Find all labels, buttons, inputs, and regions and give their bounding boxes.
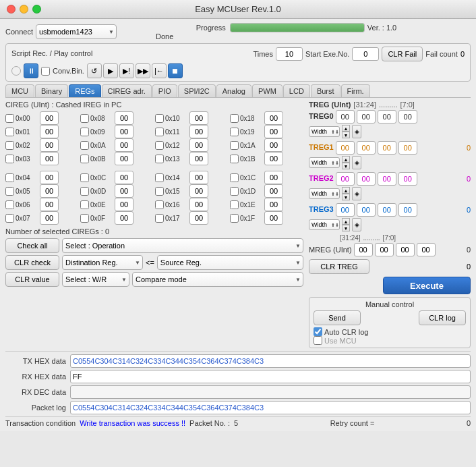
cb-19[interactable]	[230, 128, 239, 136]
reg-00[interactable]	[40, 111, 59, 125]
reg-18[interactable]	[264, 111, 283, 125]
cb-07[interactable]	[5, 214, 14, 223]
reg-08[interactable]	[115, 111, 133, 125]
cb-17[interactable]	[155, 214, 164, 223]
cb-05[interactable]	[5, 187, 14, 196]
cb-01[interactable]	[5, 128, 14, 136]
use-mcu-checkbox[interactable]	[314, 336, 322, 345]
reg-19[interactable]	[264, 125, 283, 138]
treg3-v3[interactable]	[378, 203, 396, 217]
play-forward2-button[interactable]: ▶!	[119, 63, 134, 78]
send-button[interactable]: Send	[314, 310, 361, 325]
reg-14[interactable]	[189, 171, 208, 184]
treg1-width-wrap[interactable]: Width	[309, 157, 340, 168]
cb-12[interactable]	[155, 141, 164, 150]
tab-binary[interactable]: Binary	[35, 84, 68, 97]
close-button[interactable]	[7, 5, 16, 13]
source-reg-select[interactable]: Source Reg.	[157, 255, 303, 270]
tab-cireg-adr[interactable]: CIREG adr.	[102, 84, 152, 97]
tab-spi-i2c[interactable]: SPI/I2C	[178, 84, 216, 97]
treg2-up[interactable]: ▲	[342, 187, 350, 194]
tab-pio[interactable]: PIO	[152, 84, 177, 97]
rx-hex-input[interactable]	[70, 370, 471, 383]
dest-reg-wrap[interactable]: Distination Reg.	[62, 255, 143, 270]
mreg-v1[interactable]	[354, 243, 373, 256]
stop-button[interactable]: ⏹	[168, 63, 183, 78]
reg-0c[interactable]	[115, 171, 133, 184]
treg3-up[interactable]: ▲	[342, 218, 350, 225]
treg2-v1[interactable]	[336, 172, 355, 186]
cb-03[interactable]	[5, 155, 14, 163]
tab-mcu[interactable]: MCU	[5, 84, 34, 97]
reg-0d[interactable]	[115, 184, 133, 198]
clr-treg-button[interactable]: CLR TREG	[309, 259, 369, 274]
select-wr[interactable]: Select : W/R	[62, 272, 129, 287]
clr-log-button[interactable]: CLR log	[419, 310, 466, 325]
select-op[interactable]: Select : Operation	[62, 238, 303, 253]
cb-0f[interactable]	[80, 214, 89, 223]
treg3-v4[interactable]	[398, 203, 417, 217]
cb-18[interactable]	[230, 114, 239, 123]
treg0-v2[interactable]	[357, 110, 376, 123]
dest-reg-select[interactable]: Distination Reg.	[62, 255, 143, 270]
go-start-button[interactable]: |←	[152, 63, 167, 78]
reg-12[interactable]	[189, 138, 208, 152]
cb-1d[interactable]	[230, 187, 239, 196]
clr-value-button[interactable]: CLR value	[5, 272, 59, 287]
cb-0b[interactable]	[80, 155, 89, 163]
cb-06[interactable]	[5, 200, 14, 209]
reg-0f[interactable]	[115, 211, 133, 225]
select-op-wrap[interactable]: Select : Operation	[62, 238, 303, 253]
treg1-v3[interactable]	[378, 141, 396, 155]
cb-0c[interactable]	[80, 173, 89, 182]
treg2-v4[interactable]	[398, 172, 417, 186]
step-back-button[interactable]: ↺	[87, 63, 102, 78]
source-reg-wrap[interactable]: Source Reg.	[157, 255, 303, 270]
cb-1c[interactable]	[230, 173, 239, 182]
radio-stop[interactable]	[11, 66, 21, 76]
treg2-v2[interactable]	[357, 172, 376, 186]
treg0-v3[interactable]	[378, 110, 396, 123]
cb-0e[interactable]	[80, 200, 89, 209]
cb-1a[interactable]	[230, 141, 239, 150]
play-skip-button[interactable]: ▶▶	[136, 63, 150, 78]
minimize-button[interactable]	[20, 5, 28, 13]
cb-16[interactable]	[155, 200, 164, 209]
tab-regs[interactable]: REGs	[69, 84, 100, 97]
treg2-width-select[interactable]: Width	[309, 188, 340, 199]
cb-00[interactable]	[5, 114, 14, 123]
reg-1d[interactable]	[264, 184, 283, 198]
treg0-extra[interactable]: ◈	[352, 125, 361, 138]
treg0-v4[interactable]	[398, 110, 417, 123]
reg-0e[interactable]	[115, 198, 133, 211]
clr-check-button[interactable]: CLR check	[5, 255, 59, 270]
mreg-v3[interactable]	[396, 243, 415, 256]
reg-1c[interactable]	[264, 171, 283, 184]
reg-13[interactable]	[189, 152, 208, 165]
reg-1f[interactable]	[264, 211, 283, 225]
cb-15[interactable]	[155, 187, 164, 196]
start-exe-input[interactable]	[352, 47, 379, 61]
treg0-width-wrap[interactable]: Width	[309, 126, 340, 137]
tab-lcd[interactable]: LCD	[283, 84, 310, 97]
treg0-up[interactable]: ▲	[342, 125, 350, 132]
reg-01[interactable]	[40, 125, 59, 138]
treg2-down[interactable]: ▼	[342, 194, 350, 200]
treg0-v1[interactable]	[336, 110, 355, 123]
play-forward-button[interactable]: ▶	[103, 63, 118, 78]
cb-0a[interactable]	[80, 141, 89, 150]
select-wr-wrap[interactable]: Select : W/R	[62, 272, 129, 287]
treg1-v2[interactable]	[357, 141, 376, 155]
reg-15[interactable]	[189, 184, 208, 198]
cb-10[interactable]	[155, 114, 164, 123]
cb-04[interactable]	[5, 173, 14, 182]
reg-03[interactable]	[40, 152, 59, 165]
cb-02[interactable]	[5, 141, 14, 150]
port-select[interactable]: usbmodem1423	[36, 24, 117, 39]
reg-05[interactable]	[40, 184, 59, 198]
treg3-v2[interactable]	[357, 203, 376, 217]
treg1-extra[interactable]: ◈	[352, 156, 361, 169]
reg-1b[interactable]	[264, 152, 283, 165]
treg3-extra[interactable]: ◈	[352, 218, 361, 231]
treg1-down[interactable]: ▼	[342, 163, 350, 169]
